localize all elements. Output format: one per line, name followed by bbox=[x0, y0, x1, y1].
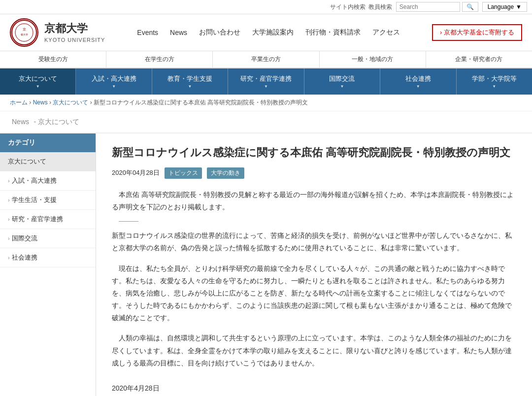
page-title: News - 京大について bbox=[10, 115, 522, 127]
top-bar: サイト内検索 教員検索 🔍 Language ▼ bbox=[0, 0, 532, 14]
nav-events[interactable]: Events bbox=[137, 29, 158, 36]
logo-text: 京都大学 KYOTO UNIVERSITY bbox=[44, 21, 105, 44]
sidebar-category-title: カテゴリ bbox=[0, 133, 96, 152]
article-paragraph-0: 本庶佑 高等研究院副院長・特別教授の見解と称する最近の一部の海外報道が誤解を招く… bbox=[112, 189, 516, 213]
chevron-right-icon: › bbox=[8, 235, 10, 241]
article-divider bbox=[119, 221, 138, 222]
chevron-right-icon: › bbox=[8, 216, 10, 222]
chevron-down-icon: ▼ bbox=[416, 84, 420, 89]
article-paragraph-1: 新型コロナウイルス感染症の世界的流行によって、苦痛と経済的損失を受け、前例がない… bbox=[112, 230, 516, 254]
chevron-down-icon: ▼ bbox=[112, 84, 116, 89]
sidebar-item-research[interactable]: › 研究・産官学連携 bbox=[0, 210, 96, 229]
article-title: 新型コロナウイルス感染症に関する本庶佑 高等研究院副院長・特別教授の声明文 bbox=[112, 145, 516, 161]
svg-text:都大学: 都大学 bbox=[21, 33, 28, 36]
blue-nav-education[interactable]: 教育・学生支援 ▼ bbox=[152, 68, 228, 95]
chevron-down-icon: ▼ bbox=[264, 84, 268, 89]
search-area: 🔍 bbox=[396, 2, 478, 12]
sub-nav-item-students[interactable]: 受験生の方 bbox=[0, 51, 106, 67]
article-signature: 2020年4月28日 本庶佑 京都大学高等研究院 副院長・特別教授 bbox=[112, 381, 516, 396]
sidebar-item-student-life[interactable]: › 学生生活・支援 bbox=[0, 191, 96, 210]
breadcrumb-news[interactable]: News bbox=[33, 99, 48, 106]
breadcrumb-current: 新型コロナウイルス感染症に関する本庶佑 高等研究院副院長・特別教授の声明文 bbox=[94, 99, 308, 106]
sub-nav-item-current[interactable]: 在学生の方 bbox=[106, 51, 213, 67]
site-search-label: サイト内検索 bbox=[330, 3, 366, 11]
blue-nav-social[interactable]: 社会連携 ▼ bbox=[380, 68, 456, 95]
article-tag-news: 大学の動き bbox=[207, 167, 244, 179]
signature-date: 2020年4月28日 bbox=[112, 381, 516, 395]
article-date: 2020年04月28日 bbox=[112, 168, 160, 177]
sidebar-item-social[interactable]: › 社会連携 bbox=[0, 248, 96, 267]
breadcrumb: ホーム › News › 京大について › 新型コロナウイルス感染症に関する本庶… bbox=[0, 95, 532, 111]
nav-access[interactable]: アクセス bbox=[372, 28, 400, 37]
donate-button[interactable]: › 京都大学基金に寄附する bbox=[432, 24, 522, 41]
svg-point-1 bbox=[15, 24, 33, 41]
blue-nav-about[interactable]: 京大について ▼ bbox=[0, 68, 76, 95]
article-tag-topics: トピックス bbox=[165, 167, 202, 179]
article-paragraph-2: 現在は、私たち全員が、とりわけ科学研究の最前線で全力を尽くしている人々が、この共… bbox=[112, 263, 516, 325]
chevron-down-icon: ▼ bbox=[36, 84, 40, 89]
language-button[interactable]: Language ▼ bbox=[482, 2, 527, 12]
chevron-down-icon: ▼ bbox=[492, 84, 496, 89]
blue-nav-research[interactable]: 研究・産官学連携 ▼ bbox=[228, 68, 304, 95]
sidebar-item-international[interactable]: › 国際交流 bbox=[0, 229, 96, 248]
search-input[interactable] bbox=[396, 2, 460, 12]
chevron-down-icon: ▼ bbox=[340, 84, 344, 89]
logo-emblem: 京 都大学 bbox=[10, 18, 38, 47]
blue-nav-international[interactable]: 国際交流 ▼ bbox=[304, 68, 380, 95]
chevron-right-icon: › bbox=[8, 255, 10, 261]
main-content: 新型コロナウイルス感染症に関する本庶佑 高等研究院副院長・特別教授の声明文 20… bbox=[96, 133, 532, 396]
page-title-bar: News - 京大について bbox=[0, 111, 532, 133]
nav-publications[interactable]: 刊行物・資料請求 bbox=[305, 28, 361, 37]
nav-news[interactable]: News bbox=[170, 29, 187, 36]
main-nav: Events News お問い合わせ 大学施設案内 刊行物・資料請求 アクセス bbox=[137, 28, 400, 37]
logo-area: 京 都大学 京都大学 KYOTO UNIVERSITY bbox=[10, 18, 105, 47]
blue-nav-departments[interactable]: 学部・大学院等 ▼ bbox=[457, 68, 532, 95]
blue-nav-admissions[interactable]: 入試・高大連携 ▼ bbox=[76, 68, 152, 95]
sidebar: カテゴリ 京大について › 入試・高大連携 › 学生生活・支援 › 研究・産官学… bbox=[0, 133, 96, 396]
article-paragraph-3: 人類の幸福は、自然環境と調和して共生するという原理の上に立っています。本学は、こ… bbox=[112, 332, 516, 369]
sub-nav-item-public[interactable]: 一般・地域の方 bbox=[320, 51, 426, 67]
sub-nav: 受験生の方 在学生の方 卒業生の方 一般・地域の方 企業・研究者の方 bbox=[0, 51, 532, 68]
article-meta: 2020年04月28日 トピックス 大学の動き bbox=[112, 167, 516, 179]
chevron-right-icon: › bbox=[8, 178, 10, 184]
article-body: 本庶佑 高等研究院副院長・特別教授の見解と称する最近の一部の海外報道が誤解を招く… bbox=[112, 189, 516, 396]
teacher-search-label: 教員検索 bbox=[368, 3, 392, 11]
content-layout: カテゴリ 京大について › 入試・高大連携 › 学生生活・支援 › 研究・産官学… bbox=[0, 133, 532, 396]
chevron-right-icon: › bbox=[8, 197, 10, 203]
svg-text:京: 京 bbox=[23, 28, 26, 31]
nav-facilities[interactable]: 大学施設案内 bbox=[252, 28, 294, 37]
sidebar-item-admissions[interactable]: › 入試・高大連携 bbox=[0, 171, 96, 191]
blue-nav: 京大について ▼ 入試・高大連携 ▼ 教育・学生支援 ▼ 研究・産官学連携 ▼ … bbox=[0, 68, 532, 95]
header: 京 都大学 京都大学 KYOTO UNIVERSITY Events News … bbox=[0, 14, 532, 51]
breadcrumb-home[interactable]: ホーム bbox=[10, 99, 28, 106]
sub-nav-item-business[interactable]: 企業・研究者の方 bbox=[426, 51, 532, 67]
sub-nav-item-alumni[interactable]: 卒業生の方 bbox=[213, 51, 319, 67]
sidebar-item-about[interactable]: 京大について bbox=[0, 152, 96, 171]
search-button[interactable]: 🔍 bbox=[462, 2, 478, 12]
nav-contact[interactable]: お問い合わせ bbox=[199, 28, 240, 37]
breadcrumb-about[interactable]: 京大について bbox=[53, 99, 88, 106]
chevron-down-icon: ▼ bbox=[188, 84, 192, 89]
